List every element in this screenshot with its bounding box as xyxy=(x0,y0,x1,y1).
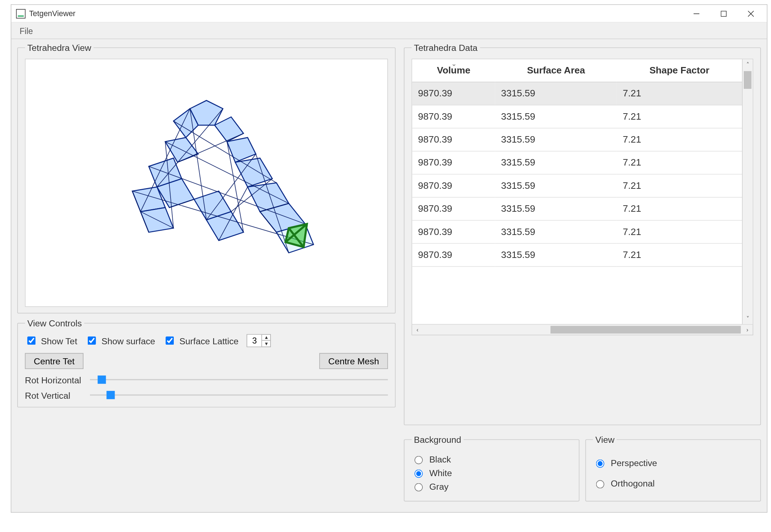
radio-bg-black-input[interactable] xyxy=(415,456,423,464)
maximize-button[interactable] xyxy=(710,5,737,23)
data-table[interactable]: ⌄ Volume Surface Area Shape Factor 9870.… xyxy=(412,59,742,267)
table-row[interactable]: 9870.393315.597.21 xyxy=(412,197,742,220)
radio-view-perspective[interactable]: Perspective xyxy=(593,458,753,468)
table-cell: 9870.39 xyxy=(412,174,495,197)
table-cell: 9870.39 xyxy=(412,82,495,105)
scroll-down-icon[interactable]: ˅ xyxy=(743,313,753,324)
checkbox-surface-lattice[interactable]: Surface Lattice xyxy=(163,335,239,346)
centre-tet-button[interactable]: Centre Tet xyxy=(25,353,83,369)
window-title: TetgenViewer xyxy=(29,9,76,18)
mesh-svg xyxy=(25,59,387,306)
table-cell: 3315.59 xyxy=(495,82,617,105)
rot-vertical-label: Rot Vertical xyxy=(25,390,84,400)
table-cell: 7.21 xyxy=(617,243,742,266)
table-cell: 9870.39 xyxy=(412,220,495,243)
radio-bg-white-input[interactable] xyxy=(415,470,423,478)
table-vertical-scrollbar[interactable]: ˄ ˅ xyxy=(742,59,753,324)
col-volume-header[interactable]: ⌄ Volume xyxy=(412,59,495,82)
checkbox-surface-lattice-input[interactable] xyxy=(166,336,174,345)
table-cell: 9870.39 xyxy=(412,151,495,174)
svg-marker-10 xyxy=(235,158,272,187)
scroll-up-icon[interactable]: ˄ xyxy=(743,59,753,70)
radio-bg-white[interactable]: White xyxy=(412,468,572,478)
table-row[interactable]: 9870.393315.597.21 xyxy=(412,105,742,128)
checkbox-surface-lattice-label: Surface Lattice xyxy=(179,336,239,346)
scroll-left-icon[interactable]: ‹ xyxy=(412,325,423,335)
checkbox-show-tet-input[interactable] xyxy=(27,336,35,345)
svg-rect-1 xyxy=(721,11,726,16)
col-surface-area-header[interactable]: Surface Area xyxy=(495,59,617,82)
radio-bg-black[interactable]: Black xyxy=(412,454,572,464)
table-cell: 9870.39 xyxy=(412,105,495,128)
table-cell: 3315.59 xyxy=(495,128,617,151)
menu-file[interactable]: File xyxy=(15,25,38,37)
table-cell: 3315.59 xyxy=(495,174,617,197)
spinner-up-icon[interactable]: ▲ xyxy=(262,335,270,341)
horizontal-scroll-thumb[interactable] xyxy=(550,326,741,334)
table-row[interactable]: 9870.393315.597.21 xyxy=(412,82,742,105)
minimize-button[interactable] xyxy=(683,5,710,23)
group-view-controls: View Controls Show Tet Show surface Surf… xyxy=(17,318,396,407)
table-cell: 7.21 xyxy=(617,151,742,174)
radio-view-orthogonal[interactable]: Orthogonal xyxy=(593,478,753,488)
col-shape-factor-header[interactable]: Shape Factor xyxy=(617,59,742,82)
checkbox-show-tet[interactable]: Show Tet xyxy=(25,335,77,346)
table-cell: 9870.39 xyxy=(412,243,495,266)
group-view: View Perspective Orthogonal xyxy=(585,435,761,501)
table-cell: 3315.59 xyxy=(495,220,617,243)
group-tetrahedra-view: Tetrahedra View xyxy=(17,43,396,313)
close-button[interactable] xyxy=(737,5,765,23)
titlebar: TetgenViewer xyxy=(11,5,767,23)
checkbox-show-tet-label: Show Tet xyxy=(41,336,77,346)
table-row[interactable]: 9870.393315.597.21 xyxy=(412,151,742,174)
rot-horizontal-label: Rot Horizontal xyxy=(25,375,84,385)
centre-mesh-button[interactable]: Centre Mesh xyxy=(320,353,388,369)
scroll-right-icon[interactable]: › xyxy=(742,325,753,335)
group-tetrahedra-data: Tetrahedra Data ⌄ Volume Surface Area xyxy=(404,43,761,425)
radio-bg-gray-input[interactable] xyxy=(415,483,423,492)
lattice-spinner[interactable]: ▲ ▼ xyxy=(247,334,271,347)
checkbox-show-surface[interactable]: Show surface xyxy=(86,335,155,346)
lattice-spinner-input[interactable] xyxy=(248,335,262,346)
table-cell: 9870.39 xyxy=(412,128,495,151)
svg-marker-8 xyxy=(227,138,256,162)
table-row[interactable]: 9870.393315.597.21 xyxy=(412,243,742,266)
menubar: File xyxy=(11,23,767,39)
group-tetrahedra-data-title: Tetrahedra Data xyxy=(412,43,480,53)
table-cell: 7.21 xyxy=(617,82,742,105)
radio-view-perspective-input[interactable] xyxy=(596,460,604,468)
app-window: TetgenViewer File Tetrahedra View xyxy=(11,4,767,513)
radio-view-orthogonal-input[interactable] xyxy=(596,480,604,488)
radio-bg-gray[interactable]: Gray xyxy=(412,481,572,492)
rot-vertical-slider[interactable] xyxy=(90,389,388,401)
spinner-down-icon[interactable]: ▼ xyxy=(262,341,270,347)
mesh-canvas[interactable] xyxy=(25,59,388,307)
sort-caret-icon: ⌄ xyxy=(451,61,456,67)
table-cell: 3315.59 xyxy=(495,243,617,266)
rot-horizontal-slider[interactable] xyxy=(90,374,388,385)
group-tetrahedra-view-title: Tetrahedra View xyxy=(25,43,94,53)
table-cell: 3315.59 xyxy=(495,197,617,220)
table-cell: 3315.59 xyxy=(495,105,617,128)
table-row[interactable]: 9870.393315.597.21 xyxy=(412,220,742,243)
table-cell: 7.21 xyxy=(617,220,742,243)
table-cell: 3315.59 xyxy=(495,151,617,174)
group-view-controls-title: View Controls xyxy=(25,318,84,328)
group-view-title: View xyxy=(593,435,617,445)
table-cell: 7.21 xyxy=(617,128,742,151)
app-icon xyxy=(16,9,25,18)
table-row[interactable]: 9870.393315.597.21 xyxy=(412,174,742,197)
group-background-title: Background xyxy=(412,435,464,445)
vertical-scroll-thumb[interactable] xyxy=(744,71,751,89)
checkbox-show-surface-label: Show surface xyxy=(101,336,155,346)
checkbox-show-surface-input[interactable] xyxy=(88,336,96,345)
table-cell: 7.21 xyxy=(617,105,742,128)
table-row[interactable]: 9870.393315.597.21 xyxy=(412,128,742,151)
table-cell: 7.21 xyxy=(617,197,742,220)
table-cell: 7.21 xyxy=(617,174,742,197)
svg-marker-6 xyxy=(215,117,243,142)
table-cell: 9870.39 xyxy=(412,197,495,220)
table-horizontal-scrollbar[interactable]: ‹ › xyxy=(412,325,753,335)
group-background: Background Black White Gray xyxy=(404,435,579,501)
